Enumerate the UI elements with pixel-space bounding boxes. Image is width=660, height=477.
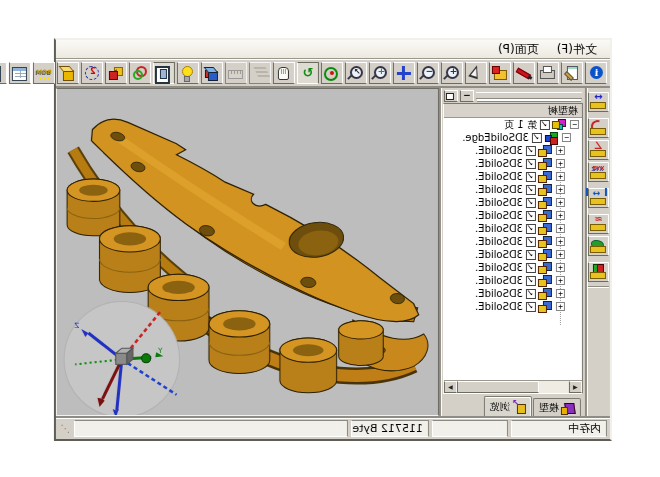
expand-box-icon[interactable] — [556, 198, 565, 207]
open-button[interactable] — [489, 62, 511, 84]
table-button[interactable] — [9, 62, 31, 84]
expand-box-icon[interactable] — [556, 185, 565, 194]
pan-button[interactable] — [393, 62, 415, 84]
assembly-checkbox[interactable] — [532, 133, 542, 143]
gears-button[interactable] — [129, 62, 151, 84]
document-properties-button[interactable] — [561, 62, 583, 84]
tree-part-row[interactable]: 3DSolidE. — [444, 144, 582, 157]
tree-part-row[interactable]: 3DSolidE. — [444, 183, 582, 196]
dimension-button[interactable] — [225, 62, 247, 84]
select-button[interactable] — [465, 62, 487, 84]
pan-hand-button[interactable] — [273, 62, 295, 84]
part-checkbox[interactable] — [526, 172, 536, 182]
new-page-button[interactable] — [0, 62, 7, 84]
solid-cube-button[interactable] — [57, 62, 79, 84]
tree-part-row[interactable]: 3DSolidE. — [444, 300, 582, 313]
tab-model[interactable]: 模型 — [533, 398, 581, 416]
expand-box-icon[interactable] — [556, 211, 565, 220]
move-copy-button[interactable]: ↘ — [105, 62, 127, 84]
panel-restore-button[interactable] — [444, 90, 458, 102]
model-tree-box: 模型树 第 1 页 3DSolidEdge. — [443, 103, 583, 394]
part-checkbox[interactable] — [526, 146, 536, 156]
zoom-area-button[interactable]: + — [369, 62, 391, 84]
measure-angle-icon — [590, 142, 607, 158]
tree-part-row[interactable]: 3DSolidE. — [444, 235, 582, 248]
scrollbar-track[interactable] — [457, 381, 569, 393]
tree-part-row[interactable]: 3DSolidE. — [444, 261, 582, 274]
measure-radius-button[interactable] — [588, 118, 609, 138]
expand-box-icon[interactable] — [556, 159, 565, 168]
viewport[interactable]: Z X Y — [56, 88, 439, 416]
revision-button[interactable] — [81, 62, 103, 84]
part-checkbox[interactable] — [526, 302, 536, 312]
tree-root-row[interactable]: 第 1 页 — [444, 118, 582, 131]
print-button[interactable] — [537, 62, 559, 84]
scroll-right-button[interactable]: ▶ — [444, 381, 457, 393]
expand-box-icon[interactable] — [556, 302, 565, 311]
root-checkbox[interactable] — [540, 120, 550, 130]
tab-browse[interactable]: 浏览 — [484, 396, 532, 416]
part-icon — [539, 288, 553, 299]
rotate-icon — [300, 65, 316, 81]
part-checkbox[interactable] — [526, 211, 536, 221]
measure-area-button[interactable] — [588, 236, 609, 256]
part-checkbox[interactable] — [526, 224, 536, 234]
expand-box-icon[interactable] — [556, 172, 565, 181]
measure-volume-button[interactable] — [588, 262, 609, 282]
expand-box-icon[interactable] — [556, 263, 565, 272]
menu-page[interactable]: 页面(P) — [489, 40, 548, 59]
zoom-out-button[interactable]: − — [417, 62, 439, 84]
part-checkbox[interactable] — [526, 198, 536, 208]
tree-assembly-row[interactable]: 3DSolidEdge. — [444, 131, 582, 144]
tree-part-row[interactable]: 3DSolidE. — [444, 287, 582, 300]
layers-button[interactable] — [249, 62, 271, 84]
measure-curve-button[interactable] — [588, 214, 609, 234]
expand-box-icon[interactable] — [556, 250, 565, 259]
menu-file[interactable]: 文件(F) — [548, 40, 606, 59]
measure-xyz-button[interactable]: XYZ — [588, 162, 609, 182]
panel-titlebar: − — [443, 89, 583, 103]
expand-box-icon[interactable] — [556, 224, 565, 233]
part-checkbox[interactable] — [526, 276, 536, 286]
tree-part-row[interactable]: 3DSolidE. — [444, 157, 582, 170]
expand-box-icon[interactable] — [556, 146, 565, 155]
light-button[interactable] — [177, 62, 199, 84]
resize-grip[interactable]: ⋰ — [59, 422, 71, 436]
part-icon — [539, 249, 553, 260]
rotate-button[interactable] — [297, 62, 319, 84]
tree-part-row[interactable]: 3DSolidE. — [444, 248, 582, 261]
tree-horizontal-scrollbar[interactable]: ◀ ▶ — [444, 380, 582, 393]
exit-environment-button[interactable] — [153, 62, 175, 84]
part-checkbox[interactable] — [526, 159, 536, 169]
shaded-view-button[interactable] — [201, 62, 223, 84]
part-checkbox[interactable] — [526, 237, 536, 247]
tree-part-row[interactable]: 3DSolidE. — [444, 222, 582, 235]
part-checkbox[interactable] — [526, 289, 536, 299]
measure-distance-button[interactable] — [588, 92, 609, 112]
scrollbar-thumb[interactable] — [457, 381, 539, 393]
expand-box-icon[interactable] — [556, 289, 565, 298]
help-button[interactable] — [585, 62, 607, 84]
tree-part-row[interactable]: 3DSolidE. — [444, 209, 582, 222]
part-checkbox[interactable] — [526, 250, 536, 260]
panel-grip[interactable] — [476, 92, 582, 99]
tree-part-row[interactable]: 3DSolidE. — [444, 170, 582, 183]
collapse-box-icon[interactable] — [562, 133, 571, 142]
rotate-about-point-button[interactable] — [321, 62, 343, 84]
measure-between-button[interactable] — [588, 188, 609, 208]
tree-part-row[interactable]: 3DSolidE. — [444, 274, 582, 287]
measure-angle-button[interactable] — [588, 140, 609, 160]
scroll-left-button[interactable]: ◀ — [569, 381, 582, 393]
part-checkbox[interactable] — [526, 263, 536, 273]
tree-part-row[interactable]: 3DSolidE. — [444, 196, 582, 209]
panel-minimize-button[interactable]: − — [460, 90, 474, 102]
part-checkbox[interactable] — [526, 185, 536, 195]
expand-box-icon[interactable] — [556, 276, 565, 285]
zoom-dynamic-button[interactable]: ↗ — [345, 62, 367, 84]
markup-pen-button[interactable] — [513, 62, 535, 84]
collapse-box-icon[interactable] — [570, 120, 579, 129]
tree-part-label: 3DSolidE. — [475, 236, 523, 247]
bom-button[interactable]: BOM — [33, 62, 55, 84]
expand-box-icon[interactable] — [556, 237, 565, 246]
zoom-in-button[interactable]: + — [441, 62, 463, 84]
